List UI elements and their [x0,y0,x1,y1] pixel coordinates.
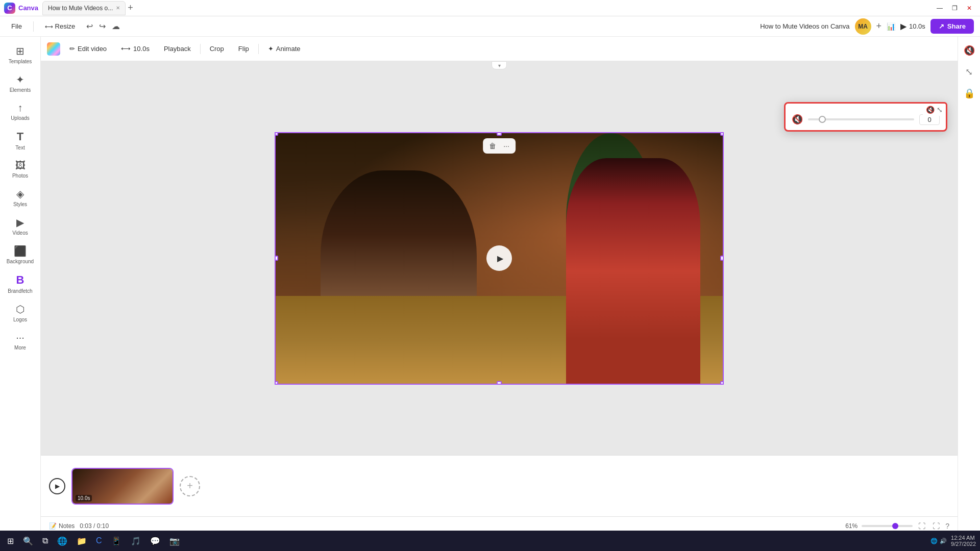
selection-handle-ml[interactable] [275,256,278,261]
sidebar-item-label-brandfetch: Brandfetch [8,288,32,294]
selection-handle-bm[interactable] [497,381,502,385]
timeline-play-button[interactable]: ▶ [49,478,65,494]
crop-button[interactable]: Crop [205,42,229,55]
sidebar-item-photos[interactable]: 🖼 Photos [2,156,39,183]
selection-handle-tl[interactable] [275,132,278,136]
add-collaborator-button[interactable]: + [876,21,882,32]
right-resize-button[interactable]: ⤡ [961,62,977,82]
sidebar-item-brandfetch[interactable]: B Brandfetch [2,269,39,298]
magic-color-icon [47,42,60,56]
app-button-5[interactable]: 📷 [166,534,183,548]
edit-video-button[interactable]: ✏ Edit video [64,42,112,55]
sidebar-item-uploads[interactable]: ↑ Uploads [2,98,39,125]
duration-button[interactable]: ⟷ 10.0s [116,42,155,55]
edge-browser-button[interactable]: 🌐 [54,534,70,548]
sidebar-item-label-videos: Videos [12,230,28,236]
mute-row: 🔇 0 [792,114,940,125]
video-frame[interactable]: 🗑 ··· [275,132,724,385]
styles-icon: ◈ [16,188,24,200]
collapse-timeline-button[interactable]: ▾ [492,61,507,69]
sidebar-item-elements[interactable]: ✦ Elements [2,69,39,97]
sidebar-item-templates[interactable]: ⊞ Templates [2,41,39,68]
close-window-button[interactable]: ✕ [963,3,976,14]
selection-handle-mr[interactable] [720,256,724,261]
right-lock-button[interactable]: 🔒 [960,84,979,103]
analytics-icon[interactable]: 📊 [887,22,895,31]
popup-resize-icon-button[interactable]: ⤡ [937,106,943,114]
video-play-button[interactable] [486,245,512,271]
new-tab-button[interactable]: + [128,3,133,13]
playback-button[interactable]: Playback [159,42,196,55]
elements-icon: ✦ [16,73,24,86]
selection-handle-br[interactable] [720,381,724,385]
search-taskbar-button[interactable]: 🔍 [20,534,36,548]
add-clip-button[interactable]: + [180,476,200,496]
redo-button[interactable]: ↪ [97,19,108,33]
fit-view-button[interactable]: ⛶ [917,520,927,532]
app-button-4[interactable]: 💬 [147,534,163,548]
minimize-button[interactable]: — [933,3,947,14]
flip-button[interactable]: Flip [233,42,254,55]
undo-button[interactable]: ↩ [84,19,95,33]
maximize-button[interactable]: ❐ [948,3,962,14]
tab-close-button[interactable]: ✕ [116,5,120,11]
main-area: ⊞ Templates ✦ Elements ↑ Uploads T Text … [0,37,980,535]
sidebar: ⊞ Templates ✦ Elements ↑ Uploads T Text … [0,37,41,535]
resize-menu[interactable]: ⟷ Resize [40,20,80,32]
chrome-button[interactable]: C [93,534,105,547]
timeline-clip-1[interactable]: 10.0s [71,468,174,505]
timeline-container: ▾ ▶ 10.0s + [41,455,958,516]
delete-clip-button[interactable]: 🗑 [487,141,498,151]
sidebar-item-styles[interactable]: ◈ Styles [2,184,39,211]
volume-icon: 🔊 [940,538,947,544]
right-mute-button[interactable]: 🔇 [960,41,979,60]
selection-handle-tr[interactable] [720,132,724,136]
present-button[interactable]: ▶ 10.0s [900,21,925,31]
video-top-controls: 🗑 ··· [483,138,516,154]
more-clip-options-button[interactable]: ··· [501,141,511,151]
help-button[interactable]: ? [945,522,949,530]
notes-button[interactable]: 📝 Notes [49,522,75,530]
sidebar-item-label-more: More [14,345,26,350]
undo-redo-group: ↩ ↪ [84,19,108,33]
sidebar-item-more[interactable]: ··· More [2,328,39,355]
selection-handle-tm[interactable] [497,132,502,136]
zoom-slider[interactable] [862,525,913,527]
zoom-thumb[interactable] [892,523,898,529]
sidebar-item-videos[interactable]: ▶ Videos [2,212,39,240]
selection-handle-bl[interactable] [275,381,278,385]
timeline: ▶ 10.0s + [41,455,958,516]
sidebar-item-logos[interactable]: ⬡ Logos [2,299,39,327]
uploads-icon: ↑ [18,102,23,114]
sidebar-item-label-photos: Photos [12,173,28,179]
volume-slider[interactable] [808,118,914,120]
sidebar-item-label-logos: Logos [13,317,27,322]
user-avatar: MA [855,18,871,35]
start-button[interactable]: ⊞ [4,534,17,548]
edit-video-icon: ✏ [69,45,75,53]
sidebar-item-background[interactable]: ⬛ Background [2,241,39,268]
clock-display: 12:24 AM 9/27/2022 [951,535,976,547]
right-panel: 🔇 ⤡ 🔒 [958,37,980,535]
cloud-save-button[interactable]: ☁ [112,21,120,31]
animate-button[interactable]: ✦ Animate [263,42,306,55]
mute-toggle-button[interactable]: 🔇 [792,114,803,125]
videos-icon: ▶ [16,216,24,229]
popup-mute-icon-button[interactable]: 🔇 [926,106,935,114]
canvas-column: ✏ Edit video ⟷ 10.0s Playback Crop Flip … [41,37,958,535]
active-tab[interactable]: How to Mute Videos o... ✕ [42,1,126,15]
share-button[interactable]: ↗ Share [930,19,974,34]
system-tray-icons: 🌐 🔊 [930,538,947,544]
logos-icon: ⬡ [16,303,24,315]
volume-thumb[interactable] [819,116,826,123]
task-view-button[interactable]: ⧉ [39,534,51,547]
sidebar-item-text[interactable]: T Text [2,126,39,155]
expand-view-button[interactable]: ⛶ [931,520,941,532]
file-menu[interactable]: File [6,20,27,32]
app-button-3[interactable]: 🎵 [128,534,144,548]
file-explorer-button[interactable]: 📁 [74,534,90,548]
toolbar-separator-2 [258,44,259,54]
canvas-area: 🗑 ··· [41,61,958,455]
canvas-workspace: 🗑 ··· [41,61,958,455]
app-button-2[interactable]: 📱 [108,534,125,548]
